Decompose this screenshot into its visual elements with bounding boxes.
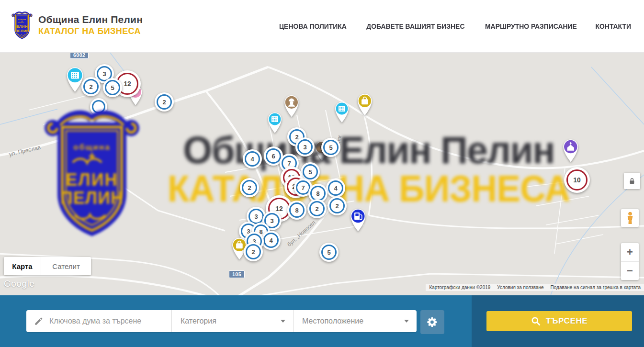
google-logo[interactable]: Google [4, 279, 34, 289]
svg-text:община: община [18, 19, 26, 21]
keyword-search-input[interactable] [48, 316, 171, 326]
zoom-control: + − [621, 243, 639, 280]
keyword-field-wrap [26, 310, 171, 332]
attribution-report-link[interactable]: Подаване на сигнал за грешка в картата [547, 284, 644, 291]
caret-down-icon [281, 320, 285, 323]
zoom-in-button[interactable]: + [621, 243, 639, 262]
search-icon [531, 316, 541, 326]
search-submit-button[interactable]: ТЪРСЕНЕ [486, 311, 632, 331]
factory-pin-marker[interactable] [266, 112, 283, 135]
cluster-marker[interactable]: 4 [243, 149, 262, 168]
site-title-line2: КАТАЛОГ НА БИЗНЕСА [38, 26, 143, 36]
map-type-map-button[interactable]: Карта [4, 257, 41, 275]
cluster-marker[interactable]: 2 [328, 196, 347, 215]
map-type-control: Карта Сателит [4, 257, 91, 275]
nav-pricing[interactable]: ЦЕНОВА ПОЛИТИКА [279, 22, 347, 30]
svg-text:ПЕЛИН: ПЕЛИН [15, 29, 29, 33]
padlock-icon [629, 178, 635, 185]
search-button-label: ТЪРСЕНЕ [546, 316, 588, 326]
pegman-icon [625, 212, 635, 224]
cluster-marker[interactable]: 2 [155, 92, 174, 112]
cluster-marker[interactable]: 3 [295, 137, 315, 157]
road-badge: 105 [229, 270, 245, 278]
map-canvas[interactable]: ул. Преслав бул. „Новосел ции 6002 105 о… [0, 53, 644, 295]
site-title-line1: Община Елин Пелин [38, 14, 143, 25]
cluster-marker[interactable]: 2 [244, 242, 263, 261]
gear-icon [427, 316, 438, 328]
cluster-marker[interactable]: 4 [261, 231, 281, 250]
caret-down-icon [404, 320, 409, 323]
map-type-satellite-button[interactable]: Сателит [41, 257, 91, 275]
attribution-terms-link[interactable]: Условия за ползване [494, 284, 547, 291]
zoom-out-button[interactable]: − [621, 262, 639, 280]
cluster-marker[interactable]: 2 [240, 178, 259, 197]
svg-text:ЕЛИН: ЕЛИН [16, 24, 28, 29]
road-badge: 6002 [70, 53, 89, 59]
category-dropdown[interactable]: Категория [171, 310, 293, 332]
pencil-icon [34, 317, 43, 326]
cluster-marker[interactable] [90, 98, 107, 115]
nav-add-business[interactable]: ДОБАВЕТЕ ВАШИЯТ БИЗНЕС [366, 22, 464, 30]
site-logo[interactable]: община ЕЛИН ПЕЛИН Община Елин Пелин КАТА… [11, 10, 143, 40]
search-form: Категория Местоположение [26, 310, 417, 332]
category-dropdown-label: Категория [181, 317, 216, 325]
bag-pin-marker[interactable] [356, 93, 374, 118]
location-dropdown-label: Местоположение [302, 317, 363, 325]
factory-pin-marker[interactable] [333, 101, 350, 125]
worker-pin-marker[interactable] [282, 94, 301, 119]
search-bar: Категория Местоположение ТЪРСЕНЕ [0, 295, 644, 347]
cluster-marker[interactable]: 10 [564, 167, 590, 193]
church-pin-marker[interactable] [561, 138, 580, 165]
advanced-settings-button[interactable] [420, 310, 444, 334]
nav-contacts[interactable]: КОНТАКТИ [596, 22, 631, 30]
page: община ЕЛИН ПЕЛИН Община Елин Пелин КАТА… [0, 0, 644, 347]
lock-button[interactable] [624, 173, 640, 189]
cluster-marker[interactable]: 5 [103, 78, 122, 97]
cluster-marker[interactable]: 8 [287, 201, 306, 220]
cluster-marker[interactable]: 4 [326, 179, 345, 198]
street-view-pegman-button[interactable] [621, 209, 639, 227]
fuel-pin-marker[interactable] [349, 208, 368, 234]
main-nav: ЦЕНОВА ПОЛИТИКА ДОБАВЕТЕ ВАШИЯТ БИЗНЕС М… [278, 0, 632, 53]
cluster-marker[interactable]: 2 [81, 77, 101, 96]
coat-of-arms-logo: община ЕЛИН ПЕЛИН [11, 10, 34, 40]
location-dropdown[interactable]: Местоположение [293, 310, 417, 332]
site-title: Община Елин Пелин КАТАЛОГ НА БИЗНЕСА [38, 14, 143, 36]
cluster-marker[interactable]: 2 [307, 199, 327, 218]
cluster-marker[interactable]: 5 [319, 243, 339, 262]
nav-route-schedule[interactable]: МАРШРУТНО РАЗПИСАНИЕ [485, 22, 577, 30]
attribution-copyright: Картографски данни ©2019 [426, 284, 494, 291]
header: община ЕЛИН ПЕЛИН Община Елин Пелин КАТА… [0, 0, 644, 53]
map-attribution: Картографски данни ©2019 Условия за полз… [426, 284, 644, 291]
cluster-marker[interactable]: 5 [321, 138, 340, 157]
